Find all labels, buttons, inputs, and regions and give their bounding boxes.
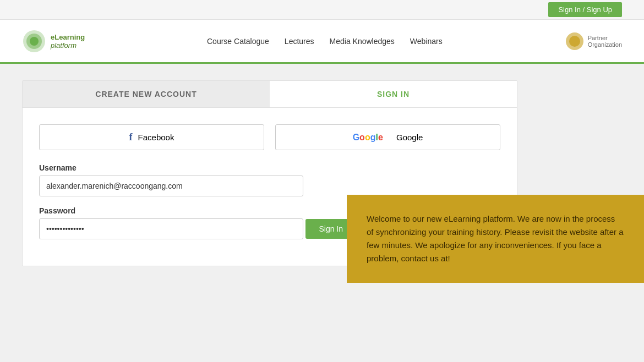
logo-bottom-text: platform: [51, 41, 85, 50]
google-icon: Google: [353, 133, 383, 142]
google-login-button[interactable]: Google Google: [275, 124, 500, 150]
facebook-icon: f: [129, 131, 133, 143]
tab-create-account[interactable]: CREATE NEW ACCOUNT: [23, 81, 270, 107]
logo-top-text: eLearning: [51, 33, 85, 41]
nav-webinars[interactable]: Webinars: [410, 37, 443, 46]
notification-message: Welcome to our new eLearning platform. W…: [367, 212, 624, 265]
facebook-login-button[interactable]: f Facebook: [39, 124, 264, 150]
social-buttons: f Facebook Google Google: [39, 124, 500, 150]
partner-icon: [565, 31, 585, 51]
partner-text: PartnerOrganization: [588, 35, 622, 48]
top-signin-button[interactable]: Sign In / Sign Up: [548, 2, 622, 17]
nav-media-knowledges[interactable]: Media Knowledges: [330, 37, 395, 46]
username-input[interactable]: [39, 175, 303, 196]
logo-icon: [22, 29, 46, 53]
google-label: Google: [396, 133, 423, 142]
password-input[interactable]: [39, 218, 303, 239]
tabs: CREATE NEW ACCOUNT SIGN IN: [23, 81, 517, 108]
nav-menu: Course Catalogue Lectures Media Knowledg…: [207, 37, 443, 46]
top-bar: Sign In / Sign Up: [0, 0, 644, 20]
facebook-label: Facebook: [138, 133, 174, 142]
header: eLearning platform Course Catalogue Lect…: [0, 20, 644, 64]
tab-sign-in[interactable]: SIGN IN: [270, 81, 517, 107]
partner-logo: PartnerOrganization: [565, 31, 622, 51]
svg-point-2: [30, 37, 39, 46]
main-content: CREATE NEW ACCOUNT SIGN IN f Facebook Go…: [0, 64, 644, 283]
nav-course-catalogue[interactable]: Course Catalogue: [207, 37, 269, 46]
username-label: Username: [39, 163, 500, 172]
logo-area: eLearning platform: [22, 29, 85, 53]
nav-lectures[interactable]: Lectures: [285, 37, 314, 46]
svg-point-4: [569, 36, 580, 47]
notification-overlay: Welcome to our new eLearning platform. W…: [347, 195, 644, 283]
logo-text: eLearning platform: [51, 33, 85, 50]
